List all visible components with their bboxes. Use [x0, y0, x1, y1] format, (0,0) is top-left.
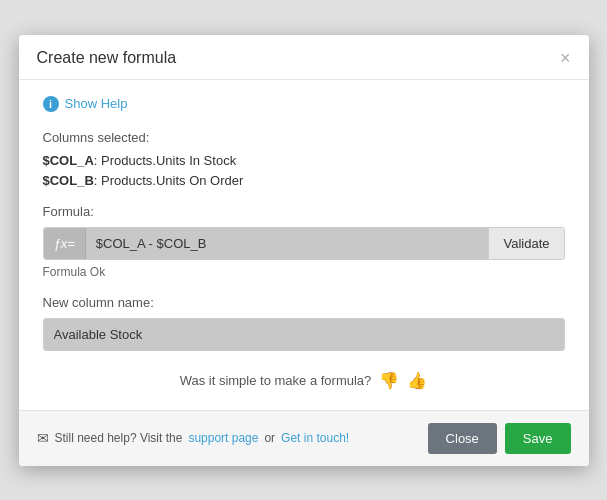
validate-button[interactable]: Validate	[488, 228, 563, 259]
footer-help-text: ✉ Still need help? Visit the support pag…	[37, 430, 350, 446]
columns-selected-label: Columns selected:	[43, 130, 565, 145]
close-button[interactable]: Close	[428, 423, 497, 454]
formula-section: Formula: ƒx= Validate Formula Ok	[43, 204, 565, 279]
col-a-value: : Products.Units In Stock	[94, 153, 236, 168]
support-page-link[interactable]: support page	[188, 431, 258, 445]
feedback-row: Was it simple to make a formula? 👎 👍	[43, 371, 565, 390]
formula-prefix: ƒx=	[44, 228, 86, 259]
dialog-body: i Show Help Columns selected: $COL_A: Pr…	[19, 80, 589, 410]
get-in-touch-link[interactable]: Get in touch!	[281, 431, 349, 445]
new-column-label: New column name:	[43, 295, 565, 310]
info-icon: i	[43, 96, 59, 112]
footer-or: or	[264, 431, 275, 445]
formula-input-row: ƒx= Validate	[43, 227, 565, 260]
thumbs-down-icon[interactable]: 👎	[379, 371, 399, 390]
formula-input[interactable]	[86, 228, 489, 259]
show-help-row: i Show Help	[43, 96, 565, 112]
dialog-title: Create new formula	[37, 49, 177, 67]
footer-buttons: Close Save	[428, 423, 571, 454]
col-b-value: : Products.Units On Order	[94, 173, 244, 188]
col-b-name: $COL_B	[43, 173, 94, 188]
col-a-item: $COL_A: Products.Units In Stock	[43, 153, 565, 168]
col-a-name: $COL_A	[43, 153, 94, 168]
new-column-input[interactable]	[43, 318, 565, 351]
close-x-button[interactable]: ×	[560, 49, 571, 67]
formula-label: Formula:	[43, 204, 565, 219]
new-column-section: New column name:	[43, 295, 565, 351]
create-formula-dialog: Create new formula × i Show Help Columns…	[19, 35, 589, 466]
dialog-footer: ✉ Still need help? Visit the support pag…	[19, 410, 589, 466]
col-b-item: $COL_B: Products.Units On Order	[43, 173, 565, 188]
show-help-link[interactable]: Show Help	[65, 96, 128, 111]
email-icon: ✉	[37, 430, 49, 446]
save-button[interactable]: Save	[505, 423, 571, 454]
feedback-question: Was it simple to make a formula?	[180, 373, 372, 388]
thumbs-up-icon[interactable]: 👍	[407, 371, 427, 390]
formula-status: Formula Ok	[43, 265, 565, 279]
dialog-header: Create new formula ×	[19, 35, 589, 80]
footer-still-need-help: Still need help? Visit the	[55, 431, 183, 445]
